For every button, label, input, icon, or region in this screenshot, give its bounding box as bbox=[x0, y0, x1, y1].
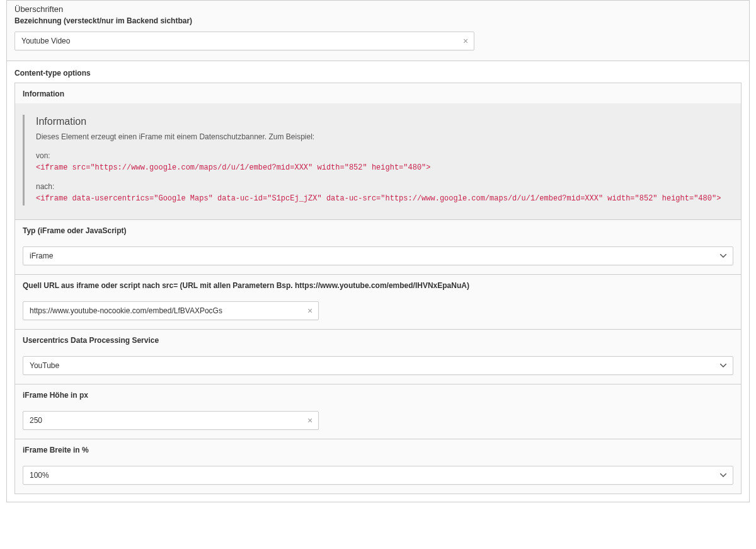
bezeichnung-input-group: × bbox=[14, 32, 474, 50]
source-url-input[interactable] bbox=[23, 302, 302, 320]
source-url-label: Quell URL aus iframe oder script nach sr… bbox=[15, 275, 741, 295]
information-label: Information bbox=[15, 83, 741, 103]
content-type-options: Content-type options Information Informa… bbox=[7, 61, 749, 502]
content-options-panel: Information Information Dieses Element e… bbox=[14, 83, 742, 494]
iframe-width-section: iFrame Breite in % 100% bbox=[15, 439, 741, 494]
content-type-options-title: Content-type options bbox=[14, 69, 742, 83]
information-from-code: <iframe src="https://www.google.com/maps… bbox=[36, 163, 733, 173]
iframe-height-section: iFrame Höhe in px × bbox=[15, 384, 741, 439]
information-to-code: <iframe data-usercentrics="Google Maps" … bbox=[36, 194, 733, 204]
iframe-width-select-wrap: 100% bbox=[23, 466, 733, 485]
dps-label: Usercentrics Data Processing Service bbox=[15, 330, 741, 350]
information-section: Information Information Dieses Element e… bbox=[15, 83, 741, 220]
iframe-width-label: iFrame Breite in % bbox=[15, 439, 741, 459]
form-panel: Überschriften Bezeichnung (versteckt/nur… bbox=[6, 0, 750, 502]
information-from-label: von: bbox=[36, 151, 733, 160]
close-icon[interactable]: × bbox=[302, 412, 318, 429]
type-section: Typ (iFrame oder JavaScript) iFrame bbox=[15, 220, 741, 275]
headings-section-title: Überschriften bbox=[7, 1, 749, 16]
iframe-height-input[interactable] bbox=[23, 412, 302, 429]
close-icon[interactable]: × bbox=[457, 32, 474, 50]
type-select-wrap: iFrame bbox=[23, 246, 733, 265]
type-select[interactable]: iFrame bbox=[23, 247, 733, 265]
label-bezeichnung: Bezeichnung (versteckt/nur im Backend si… bbox=[7, 16, 749, 26]
headings-section: Überschriften Bezeichnung (versteckt/nur… bbox=[7, 1, 749, 61]
type-label: Typ (iFrame oder JavaScript) bbox=[15, 220, 741, 240]
close-icon[interactable]: × bbox=[302, 302, 318, 320]
information-heading: Information bbox=[36, 116, 733, 127]
information-to-label: nach: bbox=[36, 182, 733, 191]
bezeichnung-input[interactable] bbox=[15, 32, 457, 50]
dps-section: Usercentrics Data Processing Service You… bbox=[15, 330, 741, 384]
information-box: Information Dieses Element erzeugt einen… bbox=[15, 103, 741, 219]
dps-select-wrap: YouTube bbox=[23, 356, 733, 375]
iframe-height-label: iFrame Höhe in px bbox=[15, 384, 741, 405]
iframe-width-select[interactable]: 100% bbox=[23, 466, 733, 484]
iframe-height-input-group: × bbox=[23, 411, 319, 430]
information-description: Dieses Element erzeugt einen iFrame mit … bbox=[36, 131, 733, 142]
source-url-input-group: × bbox=[23, 301, 319, 320]
dps-select[interactable]: YouTube bbox=[23, 357, 733, 374]
source-url-section: Quell URL aus iframe oder script nach sr… bbox=[15, 275, 741, 330]
